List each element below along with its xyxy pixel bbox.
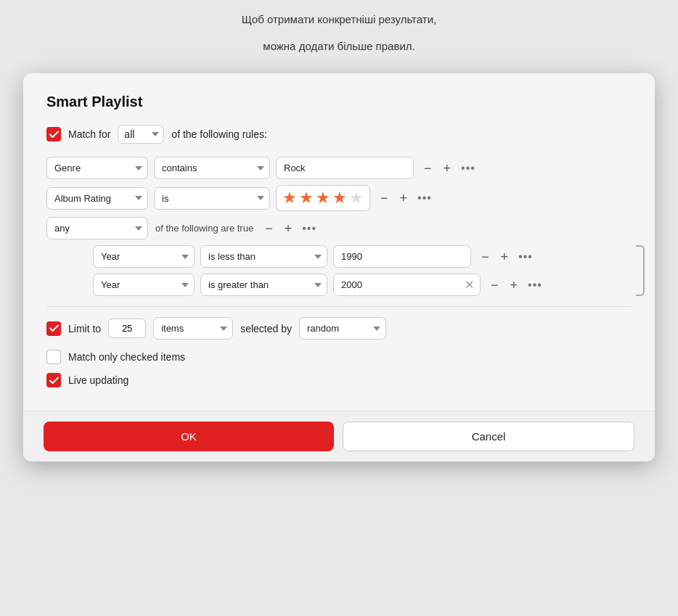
match-label-before: Match for <box>68 128 110 140</box>
match-checkbox[interactable] <box>46 127 61 141</box>
year2-more-button[interactable]: ••• <box>528 279 542 292</box>
album-rating-more-button[interactable]: ••• <box>417 192 432 205</box>
match-only-checked-checkbox[interactable] <box>46 350 61 364</box>
album-rating-field-select[interactable]: Album RatingGenreYear <box>46 187 148 210</box>
genre-field-select[interactable]: GenreAlbum RatingYear <box>46 157 148 179</box>
limit-label: Limit to <box>68 323 101 334</box>
match-row: Match for all any none of the following … <box>46 125 632 144</box>
any-more-button[interactable]: ••• <box>302 222 316 235</box>
year2-remove-button[interactable]: − <box>489 279 500 292</box>
live-updating-row: Live updating <box>46 373 632 387</box>
dialog-title: Smart Playlist <box>46 94 632 110</box>
album-rating-condition-select[interactable]: isis notis greater thanis less than <box>154 187 270 210</box>
ok-button[interactable]: OK <box>44 422 334 451</box>
live-updating-checkbox[interactable] <box>46 373 61 387</box>
star-3[interactable]: ★ <box>316 189 330 208</box>
cancel-button[interactable]: Cancel <box>343 422 634 451</box>
year2-clear-button[interactable]: ✕ <box>463 278 475 292</box>
year1-value-input[interactable] <box>333 245 471 268</box>
star-5[interactable]: ★ <box>349 189 364 208</box>
smart-playlist-dialog: Smart Playlist Match for all any none of… <box>23 73 655 461</box>
selected-by-label: selected by <box>240 323 292 334</box>
year1-condition-select[interactable]: isis notis less thanis greater thanis in… <box>200 245 327 268</box>
year1-field-select[interactable]: YearGenreAlbum Rating <box>93 245 195 268</box>
sub-rule-year-less: YearGenreAlbum Rating isis notis less th… <box>93 245 618 268</box>
genre-value-input[interactable] <box>276 157 414 179</box>
limit-checkbox[interactable] <box>46 321 61 336</box>
tooltip-line1: Щоб отримати конкретніші результати, <box>242 12 436 28</box>
limit-value-input[interactable] <box>108 319 146 338</box>
limit-order-select[interactable]: randomnameartistalbum yeargenreratingpla… <box>299 317 386 340</box>
star-4[interactable]: ★ <box>332 189 347 208</box>
sub-rules-bracket <box>636 245 645 296</box>
limit-unit-select[interactable]: itemshoursGBMB <box>153 317 233 340</box>
album-rating-add-button[interactable]: + <box>399 192 409 205</box>
any-remove-button[interactable]: − <box>264 222 274 235</box>
rule-row-album-rating: Album RatingGenreYear isis notis greater… <box>46 185 632 211</box>
divider <box>46 306 632 307</box>
sub-rules: YearGenreAlbum Rating isis notis less th… <box>93 245 618 296</box>
rule-row-any: anyallnone of the following are true − +… <box>46 217 632 239</box>
sub-rule-year-greater: YearGenreAlbum Rating isis notis less th… <box>93 274 618 296</box>
album-rating-actions: − + ••• <box>379 192 432 205</box>
year2-condition-select[interactable]: isis notis less thanis greater thanis in… <box>200 274 327 296</box>
genre-remove-button[interactable]: − <box>422 162 433 175</box>
tooltip-line2: можна додати більше правил. <box>242 38 436 55</box>
any-condition-text: of the following are true <box>155 223 253 234</box>
any-actions: − + ••• <box>264 222 316 235</box>
star-1[interactable]: ★ <box>282 189 297 208</box>
dialog-footer: OK Cancel <box>23 411 655 461</box>
year1-actions: − + ••• <box>480 250 533 263</box>
star-2[interactable]: ★ <box>299 189 314 208</box>
genre-more-button[interactable]: ••• <box>461 162 475 175</box>
rules-area: GenreAlbum RatingYear containsdoes not c… <box>46 157 632 296</box>
sub-rules-container: YearGenreAlbum Rating isis notis less th… <box>70 245 632 296</box>
year2-actions: − + ••• <box>489 279 542 292</box>
year1-add-button[interactable]: + <box>499 250 510 263</box>
year2-value-container: ✕ <box>333 274 481 296</box>
album-rating-remove-button[interactable]: − <box>379 192 390 205</box>
rule-row-genre: GenreAlbum RatingYear containsdoes not c… <box>46 157 632 179</box>
year2-add-button[interactable]: + <box>509 279 520 292</box>
match-only-checked-row: Match only checked items <box>46 350 632 364</box>
genre-actions: − + ••• <box>422 162 475 175</box>
live-updating-label: Live updating <box>68 374 128 386</box>
any-field-select[interactable]: anyallnone <box>46 217 148 239</box>
year1-more-button[interactable]: ••• <box>518 250 533 263</box>
genre-condition-select[interactable]: containsdoes not containis <box>154 157 270 179</box>
year2-value-input[interactable] <box>341 274 463 295</box>
genre-add-button[interactable]: + <box>442 162 453 175</box>
year2-field-select[interactable]: YearGenreAlbum Rating <box>93 274 195 296</box>
limit-row: Limit to itemshoursGBMB selected by rand… <box>46 317 632 340</box>
album-rating-stars[interactable]: ★ ★ ★ ★ ★ <box>276 185 370 211</box>
match-label-after: of the following rules: <box>171 128 267 140</box>
match-all-select[interactable]: all any none <box>118 125 164 144</box>
any-add-button[interactable]: + <box>283 222 294 235</box>
match-only-checked-label: Match only checked items <box>68 351 185 363</box>
year1-remove-button[interactable]: − <box>480 250 491 263</box>
